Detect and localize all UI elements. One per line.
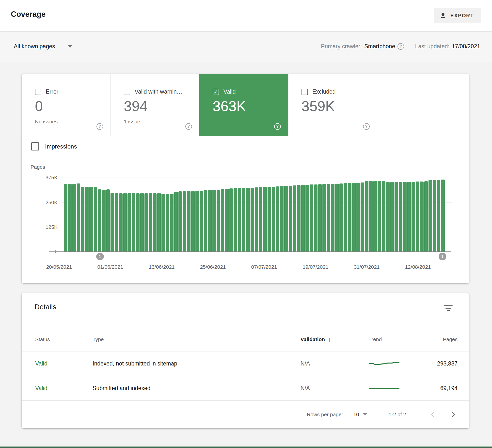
valid-checkbox-checked[interactable]: ✓ (213, 89, 219, 95)
chart-bar[interactable] (356, 183, 360, 251)
chart-bar[interactable] (424, 181, 428, 251)
chart-bar[interactable] (89, 187, 93, 251)
chart-bar[interactable] (255, 187, 258, 251)
chart-bar[interactable] (305, 185, 309, 251)
impressions-toggle[interactable]: Impressions (31, 142, 77, 150)
chart-bar[interactable] (94, 187, 97, 251)
chart-annotation-marker[interactable]: 1 (96, 253, 104, 260)
chart-bar[interactable] (268, 187, 271, 251)
chart-bar[interactable] (412, 182, 415, 251)
chart-bar[interactable] (339, 183, 343, 251)
chart-bar[interactable] (200, 191, 203, 251)
next-page-icon[interactable] (450, 412, 455, 417)
chart-bar[interactable] (272, 187, 275, 251)
chart-bar[interactable] (149, 193, 152, 251)
chart-bar[interactable] (166, 194, 169, 251)
chart-bar[interactable] (106, 189, 110, 251)
status-card-error[interactable]: Error 0 No issues ? (22, 74, 111, 136)
valid-warning-checkbox[interactable] (124, 89, 130, 95)
chart-bar[interactable] (85, 187, 89, 251)
chart-bar[interactable] (318, 184, 322, 251)
chart-bar[interactable] (322, 184, 326, 251)
chart-bar[interactable] (144, 193, 148, 251)
chart-bar[interactable] (378, 181, 381, 251)
chart-bar[interactable] (348, 183, 351, 251)
chart-bar[interactable] (310, 184, 313, 251)
help-icon[interactable]: ? (363, 123, 370, 130)
chart-bar[interactable] (229, 188, 233, 251)
help-icon[interactable]: ? (185, 123, 192, 130)
chart-bar[interactable] (221, 189, 224, 251)
chart-bar[interactable] (369, 181, 373, 251)
chart-bar[interactable] (399, 182, 402, 251)
scope-dropdown[interactable]: All known pages (14, 31, 72, 62)
chart-bar[interactable] (386, 182, 390, 251)
rows-per-page-caret-icon[interactable] (363, 413, 367, 416)
chart-bar[interactable] (234, 188, 237, 251)
chart-bar[interactable] (174, 192, 178, 251)
chart-bar[interactable] (335, 184, 339, 251)
chart-bar[interactable] (416, 182, 419, 251)
chart-bar[interactable] (132, 193, 135, 251)
chart-bar[interactable] (395, 182, 398, 251)
chart-annotation-marker[interactable]: 1 (439, 253, 446, 260)
chart-bar[interactable] (441, 180, 444, 251)
table-row[interactable]: Valid Indexed, not submitted in sitemap … (22, 351, 469, 376)
chart-bar[interactable] (115, 193, 118, 251)
chart-bar[interactable] (251, 188, 254, 251)
table-row[interactable]: Valid Submitted and indexed N/A 69,194 (22, 376, 469, 401)
chart-bar[interactable] (195, 191, 199, 251)
chart-bar[interactable] (102, 190, 106, 251)
chart-bar[interactable] (361, 183, 364, 251)
column-header-validation[interactable]: Validation ↓ (301, 336, 368, 343)
chart-bar[interactable] (187, 191, 190, 251)
chart-bar[interactable] (140, 193, 144, 251)
help-icon[interactable]: ? (397, 43, 404, 50)
chart-bar[interactable] (64, 184, 67, 251)
chart-bar[interactable] (373, 181, 377, 251)
chart-bar[interactable] (98, 189, 101, 251)
chart-bar[interactable] (212, 190, 216, 251)
chart-bar[interactable] (127, 193, 131, 251)
previous-page-icon[interactable] (431, 412, 436, 417)
status-card-valid[interactable]: ✓ Valid 363K ? (199, 74, 288, 136)
chart-bar[interactable] (178, 191, 182, 251)
chart-bar[interactable] (170, 194, 173, 251)
status-card-excluded[interactable]: Excluded 359K ? (288, 74, 377, 136)
excluded-checkbox[interactable] (302, 89, 308, 95)
chart-bar[interactable] (217, 190, 220, 251)
chart-bar[interactable] (403, 182, 407, 251)
chart-bar[interactable] (352, 183, 356, 251)
chart-bar[interactable] (208, 190, 211, 251)
chart-bar[interactable] (327, 184, 330, 251)
chart-bar[interactable] (119, 193, 123, 251)
chart-bar[interactable] (276, 186, 279, 251)
help-icon[interactable]: ? (274, 123, 281, 130)
chart-bar[interactable] (390, 182, 394, 251)
chart-bar[interactable] (420, 182, 423, 251)
chart-bar[interactable] (242, 188, 245, 251)
chart-bar[interactable] (246, 188, 250, 251)
chart-bar[interactable] (153, 193, 157, 251)
chart-bar[interactable] (183, 191, 186, 251)
status-card-valid-warning[interactable]: Valid with warnin… 394 1 issue ? (111, 74, 200, 136)
help-icon[interactable]: ? (96, 123, 103, 130)
chart-bar[interactable] (382, 181, 385, 251)
chart-bar[interactable] (437, 180, 440, 251)
chart-bar[interactable] (297, 185, 301, 251)
chart-bar[interactable] (293, 185, 296, 251)
chart-bar[interactable] (344, 183, 347, 251)
chart-bar[interactable] (81, 187, 84, 251)
chart-bar[interactable] (136, 193, 140, 251)
chart-bar[interactable] (263, 187, 267, 251)
chart-bar[interactable] (365, 181, 368, 251)
chart-bar[interactable] (433, 180, 436, 251)
error-checkbox[interactable] (35, 89, 41, 95)
chart-bar[interactable] (123, 193, 127, 251)
chart-bar[interactable] (72, 184, 76, 251)
chart-bar[interactable] (331, 184, 334, 251)
chart-bar[interactable] (284, 186, 288, 251)
chart-bar[interactable] (204, 190, 207, 251)
rows-per-page-value[interactable]: 10 (353, 412, 359, 417)
filter-list-icon[interactable] (444, 305, 453, 312)
